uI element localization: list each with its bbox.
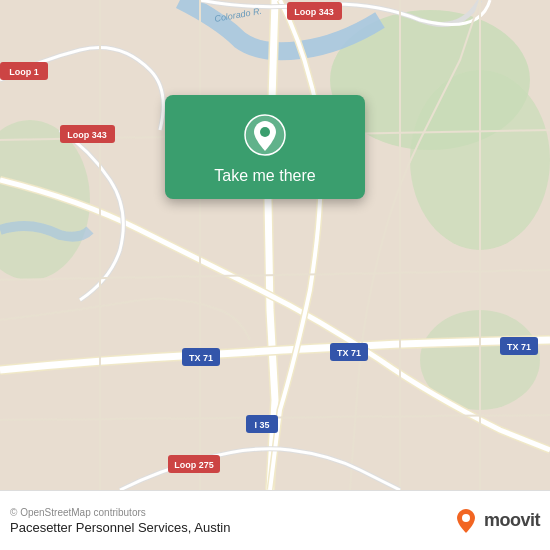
copyright-text: © OpenStreetMap contributors — [10, 507, 230, 518]
svg-text:Loop 343: Loop 343 — [67, 130, 107, 140]
bottom-left-info: © OpenStreetMap contributors Pacesetter … — [10, 507, 230, 535]
svg-point-31 — [462, 514, 470, 522]
svg-text:I 35: I 35 — [254, 420, 269, 430]
take-me-there-button[interactable]: Take me there — [214, 167, 315, 185]
location-card[interactable]: Take me there — [165, 95, 365, 199]
moovit-pin-icon — [452, 507, 480, 535]
svg-text:Loop 343: Loop 343 — [294, 7, 334, 17]
moovit-brand-text: moovit — [484, 510, 540, 531]
svg-text:TX 71: TX 71 — [189, 353, 213, 363]
location-pin-icon — [243, 113, 287, 157]
svg-text:TX 71: TX 71 — [337, 348, 361, 358]
moovit-logo: moovit — [452, 507, 540, 535]
svg-text:Loop 1: Loop 1 — [9, 67, 39, 77]
svg-text:TX 71: TX 71 — [507, 342, 531, 352]
map-container: Loop 1 Loop 343 Loop 343 TX 71 TX 71 TX … — [0, 0, 550, 490]
svg-point-30 — [260, 127, 270, 137]
location-label: Pacesetter Personnel Services, Austin — [10, 520, 230, 535]
svg-text:Loop 275: Loop 275 — [174, 460, 214, 470]
bottom-bar: © OpenStreetMap contributors Pacesetter … — [0, 490, 550, 550]
